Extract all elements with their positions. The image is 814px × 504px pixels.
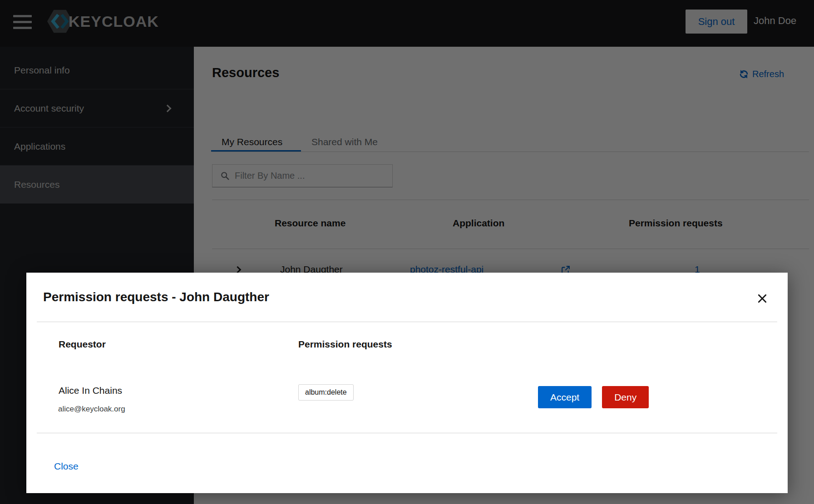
close-icon[interactable] bbox=[755, 292, 769, 305]
modal-header-divider bbox=[37, 322, 777, 322]
permission-requests-column-label: Permission requests bbox=[298, 339, 392, 350]
requestor-email: alice@keycloak.org bbox=[58, 405, 125, 414]
close-link[interactable]: Close bbox=[54, 461, 79, 472]
requestor-name: Alice In Chains bbox=[59, 385, 122, 396]
requestor-column-label: Requestor bbox=[59, 339, 106, 350]
permission-scope-chip: album:delete bbox=[298, 384, 354, 401]
permission-requests-modal: Permission requests - John Daugther Requ… bbox=[26, 273, 788, 493]
modal-title: Permission requests - John Daugther bbox=[43, 290, 269, 304]
deny-button[interactable]: Deny bbox=[602, 386, 649, 408]
keycloak-account-console: KEYCLOAK Sign out John Doe Personal info… bbox=[0, 0, 814, 504]
request-actions: Accept Deny bbox=[538, 386, 649, 408]
accept-button[interactable]: Accept bbox=[538, 386, 592, 408]
modal-footer-divider bbox=[37, 433, 777, 433]
